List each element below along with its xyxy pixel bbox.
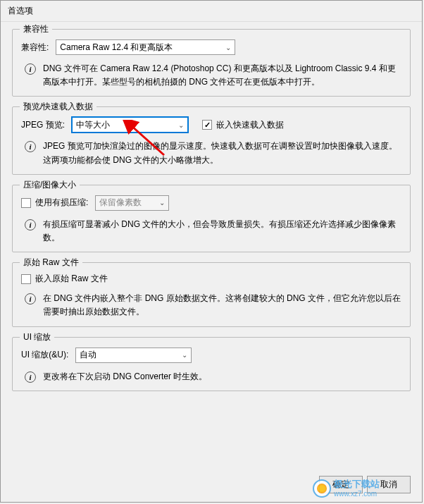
lossy-compression-checkbox[interactable]	[21, 198, 31, 208]
jpeg-preview-label: JPEG 预览:	[21, 119, 65, 131]
compression-info-text: 有损压缩可显著减小 DNG 文件的大小，但会导致质量损失。有损压缩还允许选择减少…	[43, 218, 401, 245]
raw-group-title: 原始 Raw 文件	[20, 257, 82, 269]
window-title: 首选项	[8, 6, 33, 16]
preview-group-title: 预览/快速载入数据	[20, 101, 96, 113]
lossy-compression-label: 使用有损压缩:	[35, 197, 88, 209]
compression-row: 使用有损压缩: 保留像素数 ⌄	[21, 195, 401, 211]
compression-group-title: 压缩/图像大小	[20, 179, 80, 191]
embed-raw-checkbox[interactable]	[21, 274, 31, 284]
preferences-window: 首选项 兼容性 兼容性: Camera Raw 12.4 和更高版本 ⌄ i D…	[0, 0, 423, 503]
ui-scale-label: UI 缩放(&U):	[21, 349, 68, 361]
ui-scale-value: 自动	[80, 349, 96, 361]
embed-raw-label: 嵌入原始 Raw 文件	[35, 273, 108, 285]
compatibility-group-title: 兼容性	[20, 23, 52, 35]
content-area: 兼容性 兼容性: Camera Raw 12.4 和更高版本 ⌄ i DNG 文…	[1, 22, 422, 408]
raw-info-row: i 在 DNG 文件内嵌入整个非 DNG 原始数据文件。这将创建较大的 DNG …	[21, 292, 401, 319]
preview-info-text: JPEG 预览可加快渲染过的图像的显示速度。快速载入数据可在调整设置时加快图像载…	[43, 140, 401, 166]
embed-fastload-label: 嵌入快速载入数据	[216, 119, 284, 131]
info-icon: i	[25, 371, 36, 383]
raw-info-text: 在 DNG 文件内嵌入整个非 DNG 原始数据文件。这将创建较大的 DNG 文件…	[43, 292, 401, 319]
compatibility-select[interactable]: Camera Raw 12.4 和更高版本 ⌄	[56, 39, 235, 55]
watermark-logo-icon	[313, 479, 331, 498]
compatibility-row: 兼容性: Camera Raw 12.4 和更高版本 ⌄	[21, 39, 401, 55]
watermark-text: 极光下载站 www.xz7.com	[334, 479, 380, 497]
ui-scale-select[interactable]: 自动 ⌄	[75, 348, 192, 363]
info-icon: i	[25, 63, 36, 75]
lossy-compression-row: 使用有损压缩:	[21, 197, 95, 209]
preview-group: 预览/快速载入数据 JPEG 预览: 中等大小 ⌄ 嵌入快速载入数据 i JPE…	[12, 106, 411, 174]
compression-info-row: i 有损压缩可显著减小 DNG 文件的大小，但会导致质量损失。有损压缩还允许选择…	[21, 218, 401, 245]
watermark: 极光下载站 www.xz7.com	[313, 479, 380, 498]
embed-fastload-checkbox[interactable]	[202, 120, 212, 130]
pixel-count-value: 保留像素数	[99, 197, 142, 209]
compression-group: 压缩/图像大小 使用有损压缩: 保留像素数 ⌄ i 有损压缩可显著减小 DNG …	[12, 185, 411, 252]
compatibility-info-text: DNG 文件可在 Camera Raw 12.4 (Photoshop CC) …	[43, 62, 401, 89]
info-icon: i	[25, 141, 36, 152]
chevron-down-icon: ⌄	[159, 199, 165, 207]
ui-scale-group-title: UI 缩放	[20, 331, 54, 343]
ui-scale-info-row: i 更改将在下次启动 DNG Converter 时生效。	[21, 370, 401, 383]
chevron-down-icon: ⌄	[225, 44, 231, 51]
pixel-count-select[interactable]: 保留像素数 ⌄	[95, 195, 169, 211]
chevron-down-icon: ⌄	[182, 351, 187, 359]
embed-raw-row: 嵌入原始 Raw 文件	[21, 273, 108, 285]
compatibility-select-value: Camera Raw 12.4 和更高版本	[60, 42, 173, 54]
preview-info-row: i JPEG 预览可加快渲染过的图像的显示速度。快速载入数据可在调整设置时加快图…	[21, 140, 401, 166]
preview-row: JPEG 预览: 中等大小 ⌄ 嵌入快速载入数据	[21, 117, 401, 133]
raw-row: 嵌入原始 Raw 文件	[21, 273, 401, 285]
raw-group: 原始 Raw 文件 嵌入原始 Raw 文件 i 在 DNG 文件内嵌入整个非 D…	[12, 262, 411, 326]
jpeg-preview-select[interactable]: 中等大小 ⌄	[72, 117, 188, 133]
jpeg-preview-value: 中等大小	[76, 119, 110, 131]
ui-scale-info-text: 更改将在下次启动 DNG Converter 时生效。	[43, 370, 207, 383]
embed-fastload-row: 嵌入快速载入数据	[202, 119, 284, 131]
watermark-name: 极光下载站	[334, 479, 380, 489]
compatibility-group: 兼容性 兼容性: Camera Raw 12.4 和更高版本 ⌄ i DNG 文…	[12, 29, 411, 97]
title-bar: 首选项	[1, 1, 422, 22]
info-icon: i	[25, 293, 36, 305]
compatibility-info-row: i DNG 文件可在 Camera Raw 12.4 (Photoshop CC…	[21, 62, 401, 89]
info-icon: i	[25, 219, 36, 231]
compatibility-label: 兼容性:	[21, 42, 49, 54]
ui-scale-group: UI 缩放 UI 缩放(&U): 自动 ⌄ i 更改将在下次启动 DNG Con…	[12, 337, 411, 391]
watermark-url: www.xz7.com	[334, 490, 380, 498]
chevron-down-icon: ⌄	[178, 121, 184, 129]
ui-scale-row: UI 缩放(&U): 自动 ⌄	[21, 348, 401, 363]
